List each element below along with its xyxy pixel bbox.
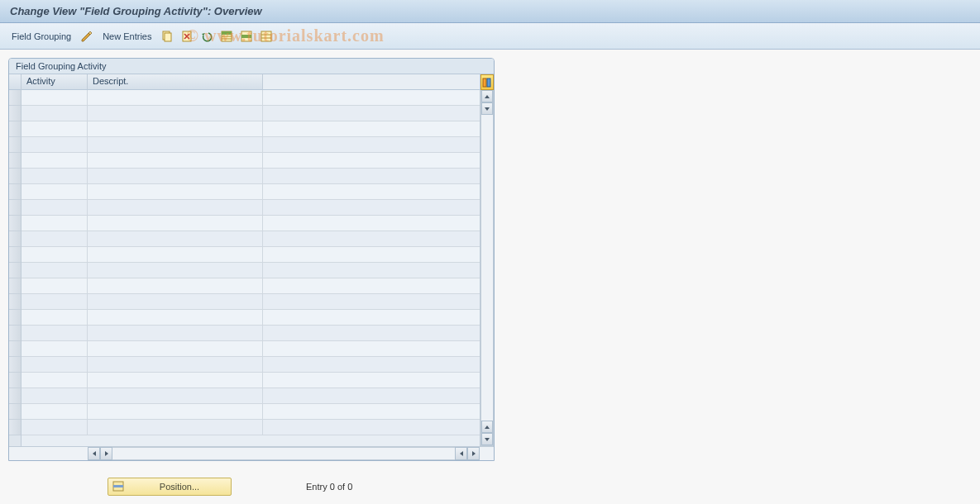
scroll-down-icon[interactable] — [481, 433, 493, 445]
activity-input[interactable] — [22, 294, 87, 309]
activity-input[interactable] — [22, 278, 87, 293]
footer: Position... Entry 0 of 0 — [0, 478, 980, 496]
row-selector[interactable] — [9, 90, 21, 106]
row-selector[interactable] — [9, 310, 21, 326]
descript-input[interactable] — [88, 137, 262, 152]
vertical-scrollbar[interactable] — [480, 90, 494, 446]
descript-input[interactable] — [88, 278, 262, 293]
svg-rect-4 — [222, 31, 232, 35]
activity-input[interactable] — [22, 137, 87, 152]
activity-input[interactable] — [22, 326, 87, 340]
descript-input[interactable] — [88, 341, 262, 356]
field-grouping-button[interactable]: Field Grouping — [8, 29, 74, 44]
deselect-all-icon[interactable] — [259, 29, 274, 44]
select-all-icon[interactable] — [219, 29, 234, 44]
row-selector[interactable] — [9, 357, 21, 373]
scroll-page-up-icon[interactable] — [481, 102, 493, 115]
row-selector[interactable] — [9, 373, 21, 388]
position-button[interactable]: Position... — [108, 478, 232, 496]
descript-input[interactable] — [88, 184, 262, 199]
descript-input[interactable] — [88, 326, 262, 340]
grid-panel: Field Grouping Activity — [8, 58, 495, 461]
descript-input[interactable] — [88, 90, 262, 105]
activity-input[interactable] — [22, 341, 87, 356]
activity-input[interactable] — [22, 231, 87, 246]
descript-input[interactable] — [88, 169, 262, 183]
horizontal-scrollbar[interactable] — [9, 446, 494, 460]
scroll-page-left-icon[interactable] — [100, 447, 112, 460]
row-selector[interactable] — [9, 153, 21, 169]
descript-input[interactable] — [88, 200, 262, 215]
descript-input[interactable] — [88, 294, 262, 309]
app-toolbar: Field Grouping New Entries — [0, 23, 980, 50]
display-change-icon[interactable] — [79, 29, 94, 44]
row-selector[interactable] — [9, 404, 21, 420]
descript-input[interactable] — [88, 121, 262, 136]
row-selector[interactable] — [9, 231, 21, 247]
descript-input[interactable] — [88, 263, 262, 278]
descript-input[interactable] — [88, 231, 262, 246]
svg-rect-13 — [487, 78, 490, 87]
row-selector[interactable] — [9, 247, 21, 263]
scroll-page-right-icon[interactable] — [455, 447, 467, 460]
descript-input[interactable] — [88, 247, 262, 262]
activity-input[interactable] — [22, 90, 87, 105]
row-selector[interactable] — [9, 216, 21, 231]
table-row — [22, 200, 480, 216]
activity-input[interactable] — [22, 169, 87, 183]
descript-input[interactable] — [88, 357, 262, 372]
descript-input[interactable] — [88, 404, 262, 419]
descript-input[interactable] — [88, 106, 262, 121]
scroll-up-icon[interactable] — [481, 90, 493, 102]
activity-input[interactable] — [22, 200, 87, 215]
row-selector[interactable] — [9, 341, 21, 357]
grid-wrap: Activity Descript. — [9, 74, 494, 446]
descript-input[interactable] — [88, 388, 262, 403]
column-header-descript[interactable]: Descript. — [88, 74, 263, 89]
row-selector[interactable] — [9, 420, 21, 435]
descript-input[interactable] — [88, 373, 262, 388]
descript-input[interactable] — [88, 153, 262, 168]
row-selector[interactable] — [9, 294, 21, 310]
row-selector[interactable] — [9, 263, 21, 278]
activity-input[interactable] — [22, 404, 87, 419]
activity-input[interactable] — [22, 106, 87, 121]
activity-input[interactable] — [22, 184, 87, 199]
activity-input[interactable] — [22, 357, 87, 372]
hscroll-track[interactable] — [112, 447, 455, 460]
scroll-right-icon[interactable] — [467, 447, 480, 460]
undo-icon[interactable] — [199, 29, 214, 44]
activity-input[interactable] — [22, 263, 87, 278]
row-selector[interactable] — [9, 278, 21, 294]
row-selector[interactable] — [9, 121, 21, 137]
row-selector[interactable] — [9, 106, 21, 121]
activity-input[interactable] — [22, 216, 87, 231]
scroll-page-down-icon[interactable] — [481, 421, 493, 433]
row-selector[interactable] — [9, 388, 21, 404]
column-header-activity[interactable]: Activity — [22, 74, 88, 89]
descript-input[interactable] — [88, 310, 262, 325]
new-entries-button[interactable]: New Entries — [99, 29, 155, 44]
select-block-icon[interactable] — [239, 29, 254, 44]
activity-input[interactable] — [22, 121, 87, 136]
activity-input[interactable] — [22, 420, 87, 435]
descript-input[interactable] — [88, 420, 262, 435]
row-selector[interactable] — [9, 137, 21, 153]
activity-input[interactable] — [22, 388, 87, 403]
activity-input[interactable] — [22, 153, 87, 168]
activity-input[interactable] — [22, 247, 87, 262]
table-row — [22, 310, 480, 326]
descript-input[interactable] — [88, 216, 262, 231]
row-selector[interactable] — [9, 184, 21, 200]
scroll-track[interactable] — [481, 115, 493, 421]
copy-icon[interactable] — [160, 29, 174, 44]
delete-icon[interactable] — [179, 29, 194, 44]
row-selector[interactable] — [9, 326, 21, 341]
activity-input[interactable] — [22, 310, 87, 325]
row-selector[interactable] — [9, 169, 21, 184]
table-row — [22, 247, 480, 263]
activity-input[interactable] — [22, 373, 87, 388]
table-settings-icon[interactable] — [480, 74, 494, 90]
row-selector[interactable] — [9, 200, 21, 216]
scroll-left-icon[interactable] — [88, 447, 100, 460]
